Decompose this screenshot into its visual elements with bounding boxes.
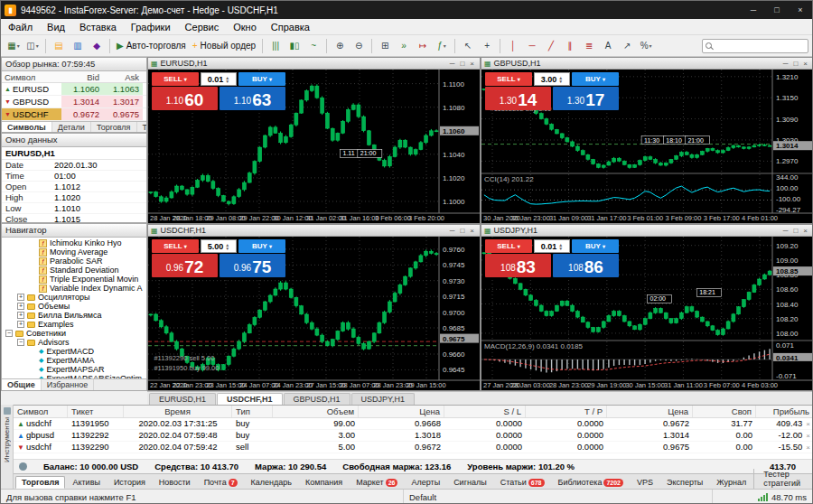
buy-price[interactable]: 0.9675	[220, 254, 285, 277]
buy-button[interactable]: BUY▾	[572, 239, 619, 253]
toolbox-tab-Активы[interactable]: Активы	[66, 476, 106, 489]
position-row-11392292[interactable]: ▲gbpusd113922922020.02.04 07:59:48buy3.0…	[14, 430, 813, 442]
close-button[interactable]: ×	[789, 1, 812, 19]
market-watch-tab-Детали[interactable]: Детали	[52, 122, 91, 133]
sell-price[interactable]: 1.3014	[485, 87, 551, 110]
channel-button[interactable]: ∥	[561, 37, 579, 55]
chart-restore-button[interactable]: □	[457, 60, 467, 68]
tree-item-ExpertMACD[interactable]: ◆ExpertMACD	[2, 347, 146, 356]
line-mode-button[interactable]: ~	[304, 37, 322, 55]
toolbox-tab-Библиотека[interactable]: Библиотека7202	[552, 476, 631, 489]
tile-windows-button[interactable]: ⊞	[376, 37, 394, 55]
chart-plot-area[interactable]: 1.11001.10801.10401.10201.10001.10601.11…	[148, 70, 480, 223]
lot-size-input[interactable]: 0.01▲▼	[201, 72, 237, 86]
profile-selector[interactable]: Default	[404, 490, 713, 504]
lot-spinner-icon[interactable]: ▲▼	[225, 243, 229, 250]
tree-item-Советники[interactable]: −Советники	[2, 329, 146, 338]
auto-scroll-button[interactable]: »	[395, 37, 413, 55]
minimize-button[interactable]: ─	[742, 1, 765, 19]
toolbox-tab-Журнал[interactable]: Журнал	[710, 476, 752, 489]
column-header-Время[interactable]: Время	[124, 406, 232, 417]
column-header-Цена[interactable]: Цена	[607, 406, 693, 417]
position-row-11391950[interactable]: ▲usdchf113919502020.02.03 17:31:25buy99.…	[14, 418, 813, 430]
toolbox-tab-Маркет[interactable]: Маркет26	[350, 476, 404, 489]
tree-item-Parabolic-SAR[interactable]: fParabolic SAR	[2, 257, 146, 266]
close-position-button[interactable]: ×	[806, 443, 810, 452]
toolbox-tab-Статьи[interactable]: Статьи678	[494, 476, 551, 489]
tree-item-Variable-Index-Dynamic-A[interactable]: fVariable Index Dynamic A	[2, 284, 146, 293]
fibo-button[interactable]: ≣	[580, 37, 598, 55]
chart-plot-area[interactable]: 1.32101.31501.30901.30301.29701.3014#113…	[481, 70, 813, 223]
toolbox-tab-Сигналы[interactable]: Сигналы	[447, 476, 493, 489]
market-watch-button[interactable]: ▤	[50, 37, 68, 55]
tree-expander-icon[interactable]: +	[17, 294, 24, 301]
symbol-cell[interactable]: ▼USDCHF	[2, 108, 61, 120]
strategy-tester-button[interactable]: Тестер стратегий	[753, 469, 813, 489]
navigator-tab-Избранное[interactable]: Избранное	[42, 379, 95, 390]
tree-item-Объемы[interactable]: +Объемы	[2, 302, 146, 311]
menu-item-Вид[interactable]: Вид	[40, 19, 72, 34]
new-order-button[interactable]: +Новый ордер	[190, 37, 258, 55]
buy-button[interactable]: BUY▾	[238, 72, 285, 86]
chart-minimize-button[interactable]: ─	[780, 60, 791, 68]
chart-tab-EURUSD,H1[interactable]: EURUSD,H1	[149, 393, 216, 405]
navigator-tab-Общие[interactable]: Общие	[2, 379, 42, 390]
column-header-Тикет[interactable]: Тикет	[68, 406, 124, 417]
chart-plot-area[interactable]: 0.97600.97450.97300.97150.97000.96850.96…	[148, 237, 480, 390]
lot-spinner-icon[interactable]: ▲▼	[558, 243, 563, 250]
sell-button[interactable]: SELL▾	[485, 239, 532, 253]
zoom-out-button[interactable]: ⊖	[350, 37, 368, 55]
chart-minimize-button[interactable]: ─	[780, 227, 791, 235]
close-position-button[interactable]: ×	[806, 420, 810, 428]
column-header-Объем[interactable]: Объем	[273, 406, 359, 417]
column-header-Тип[interactable]: Тип	[232, 406, 273, 417]
indicators-button[interactable]: ƒ▾	[433, 37, 451, 55]
menu-item-Справка[interactable]: Справка	[264, 19, 317, 34]
search-input[interactable]	[715, 41, 805, 51]
toolbox-tab-Торговля[interactable]: Торговля	[15, 476, 65, 489]
vline-button[interactable]: │	[504, 37, 522, 55]
lot-spinner-icon[interactable]: ▲▼	[558, 76, 563, 83]
tree-item-Standard-Deviation[interactable]: fStandard Deviation	[2, 266, 146, 275]
menu-item-Графики[interactable]: Графики	[124, 19, 178, 34]
symbol-cell[interactable]: ▲EURUSD	[2, 83, 61, 95]
tree-expander-icon[interactable]: −	[17, 339, 24, 346]
tree-item-Moving-Average[interactable]: fMoving Average	[2, 247, 146, 257]
buy-button[interactable]: BUY▾	[238, 239, 285, 253]
column-header-T / P[interactable]: T / P	[526, 406, 607, 417]
arrows-button[interactable]: ↗	[618, 37, 636, 55]
market-watch-tab-Тик[interactable]: Тик	[137, 122, 148, 133]
chart-close-button[interactable]: ×	[467, 60, 477, 68]
chart-restore-button[interactable]: □	[790, 60, 800, 68]
column-header-S / L[interactable]: S / L	[444, 406, 526, 417]
cursor-button[interactable]: ↖	[459, 37, 477, 55]
text-button[interactable]: A	[599, 37, 617, 55]
tree-item-Examples[interactable]: +Examples	[2, 320, 146, 329]
symbol-cell[interactable]: ▼GBPUSD	[2, 96, 61, 107]
chart-restore-button[interactable]: □	[790, 227, 800, 235]
sell-button[interactable]: SELL▾	[485, 72, 532, 86]
toolbox-side-tab[interactable]: Инструменты	[1, 405, 14, 489]
lot-spinner-icon[interactable]: ▲▼	[225, 76, 229, 83]
chart-tab-GBPUSD,H1[interactable]: GBPUSD,H1	[284, 393, 350, 405]
toolbar-search[interactable]	[702, 39, 808, 53]
tree-item-ExpertMAMA[interactable]: ◆ExpertMAMA	[2, 356, 146, 365]
toolbox-tab-Календарь[interactable]: Календарь	[245, 476, 298, 489]
chart-shift-button[interactable]: ↦	[414, 37, 432, 55]
tree-item-Advisors[interactable]: −Advisors	[2, 338, 146, 347]
market-watch-row-EURUSD[interactable]: ▲EURUSD1.10601.1063	[2, 83, 146, 96]
autotrade-button[interactable]: ▶Авто-торговля	[114, 37, 189, 55]
data-window-button[interactable]: ▥	[69, 37, 87, 55]
market-watch-tab-Символы[interactable]: Символы	[2, 122, 52, 133]
column-header-Прибыль[interactable]: Прибыль	[756, 406, 813, 417]
chart-close-button[interactable]: ×	[800, 227, 810, 235]
toolbox-tab-История[interactable]: История	[107, 476, 152, 489]
menu-item-Файл[interactable]: Файл	[1, 19, 40, 34]
column-header-Своп[interactable]: Своп	[693, 406, 756, 417]
tree-expander-icon[interactable]: −	[5, 330, 13, 337]
buy-button[interactable]: BUY▾	[572, 72, 619, 86]
menu-item-Окно[interactable]: Окно	[226, 19, 264, 34]
sell-button[interactable]: SELL▾	[152, 72, 199, 86]
chart-close-button[interactable]: ×	[800, 60, 810, 68]
lot-size-input[interactable]: 3.00▲▼	[534, 72, 570, 86]
